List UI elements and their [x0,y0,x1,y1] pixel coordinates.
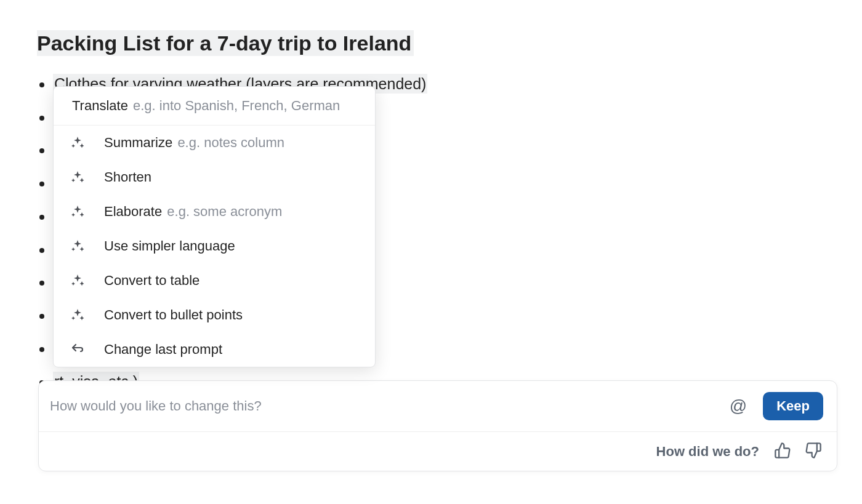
prompt-bar: @ Keep How did we do? [38,380,837,471]
menu-item-hint: e.g. notes column [177,135,284,150]
menu-item-simpler-language[interactable]: Use simpler language [54,229,375,263]
menu-item-label: Change last prompt [104,342,222,358]
menu-item-label: Convert to bullet points [104,307,243,323]
mention-button[interactable]: @ [725,395,752,417]
sparkle-icon [70,204,86,219]
prompt-input[interactable] [50,398,725,414]
sparkle-icon [70,170,86,185]
menu-item-hint: e.g. some acronym [167,204,282,219]
keep-button[interactable]: Keep [763,392,823,420]
menu-item-summarize[interactable]: Summarize e.g. notes column [54,126,375,160]
menu-item-convert-bullets[interactable]: Convert to bullet points [54,298,375,332]
menu-item-change-prompt[interactable]: Change last prompt [54,332,375,367]
sparkle-icon [70,308,86,322]
menu-item-convert-table[interactable]: Convert to table [54,263,375,298]
thumbs-up-button[interactable] [773,441,792,462]
menu-item-label: Summarize [104,135,172,150]
thumbs-down-icon [805,452,822,461]
sparkle-icon [70,239,86,254]
feedback-row: How did we do? [39,432,837,471]
menu-item-hint: e.g. into Spanish, French, German [133,98,340,113]
page-title: Packing List for a 7-day trip to Ireland [37,30,414,56]
return-icon [70,342,86,357]
sparkle-icon [70,135,86,150]
menu-item-shorten[interactable]: Shorten [54,160,375,194]
ai-action-menu: Translate e.g. into Spanish, French, Ger… [53,86,376,367]
menu-item-label: Translate [72,98,128,113]
menu-item-label: Convert to table [104,273,199,289]
thumbs-up-icon [774,452,791,461]
feedback-label: How did we do? [656,444,759,460]
sparkle-icon [70,273,86,288]
thumbs-down-button[interactable] [804,441,823,462]
menu-item-label: Use simpler language [104,238,235,254]
menu-item-label: Elaborate [104,204,162,219]
menu-item-label: Shorten [104,169,151,185]
menu-item-translate[interactable]: Translate e.g. into Spanish, French, Ger… [54,87,375,126]
prompt-input-row: @ Keep [39,381,837,432]
menu-item-elaborate[interactable]: Elaborate e.g. some acronym [54,194,375,229]
